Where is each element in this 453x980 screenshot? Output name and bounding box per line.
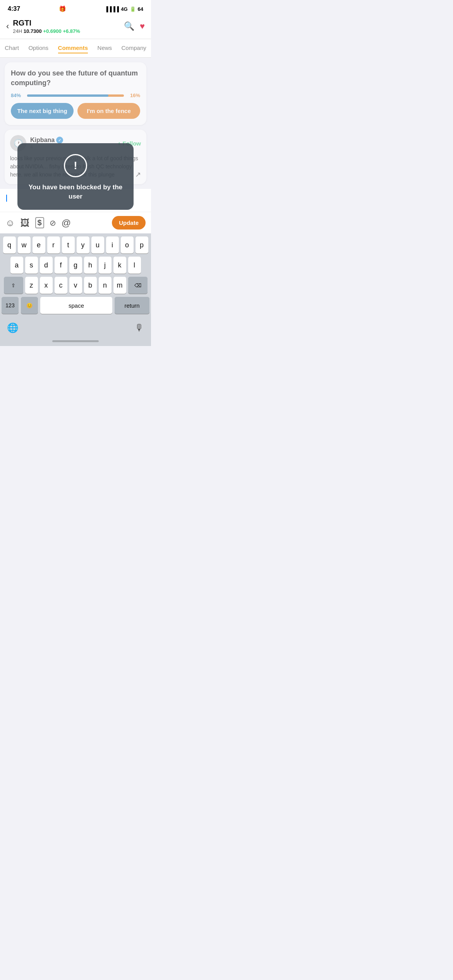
status-time: 4:37	[8, 5, 20, 12]
favorite-icon[interactable]: ♥	[140, 21, 145, 31]
key-w[interactable]: w	[18, 236, 31, 254]
key-n[interactable]: n	[99, 277, 112, 294]
tab-news[interactable]: News	[98, 43, 112, 53]
key-y[interactable]: y	[77, 236, 89, 254]
at-mention-icon[interactable]: @	[62, 218, 71, 228]
key-z[interactable]: z	[25, 277, 38, 294]
update-button[interactable]: Update	[112, 216, 146, 230]
key-q[interactable]: q	[3, 236, 16, 254]
battery-icon: 🔋	[130, 6, 136, 12]
mic-key[interactable]: 🎙	[132, 321, 147, 335]
key-s[interactable]: s	[25, 257, 38, 274]
poll-bar-fill	[27, 94, 108, 97]
poll-btn-next-big-thing[interactable]: The next big thing	[11, 103, 74, 119]
stock-change-pct: +6.87%	[63, 28, 80, 34]
key-v[interactable]: v	[69, 277, 82, 294]
key-j[interactable]: j	[99, 257, 112, 274]
status-bar: 4:37 🎁 ▐▐▐▐ 4G 🔋 64	[0, 0, 151, 15]
keyboard-row-4: 123 😊 space return	[2, 297, 149, 314]
key-e[interactable]: e	[33, 236, 45, 254]
keyboard-row-3: ⇧ z x c v b n m ⌫	[2, 277, 149, 294]
key-d[interactable]: d	[40, 257, 53, 274]
tab-options[interactable]: Options	[28, 43, 48, 53]
emoji-picker-icon[interactable]: ☺	[5, 218, 15, 228]
home-indicator	[52, 340, 99, 342]
tab-chart[interactable]: Chart	[5, 43, 19, 53]
key-return[interactable]: return	[115, 297, 149, 314]
back-button[interactable]: ‹	[6, 21, 9, 31]
tab-company[interactable]: Company	[122, 43, 146, 53]
poll-bar-row: 84% 16%	[11, 93, 140, 98]
header-right: 🔍 ♥	[124, 21, 145, 31]
home-bar	[0, 338, 151, 346]
key-delete[interactable]: ⌫	[128, 277, 148, 294]
poll-btn-on-fence[interactable]: I'm on the fence	[77, 103, 140, 119]
poll-buttons: The next big thing I'm on the fence	[11, 103, 140, 119]
keyboard-row-1: q w e r t y u i o p	[2, 236, 149, 254]
key-h[interactable]: h	[84, 257, 97, 274]
no-mention-icon[interactable]: ⊘	[50, 218, 56, 228]
key-space[interactable]: space	[40, 297, 112, 314]
expand-icon[interactable]: ↗	[135, 170, 141, 179]
stock-info: RGTI 24H 10.7300 +0.6900 +6.87%	[13, 19, 80, 34]
key-r[interactable]: r	[47, 236, 60, 254]
key-p[interactable]: p	[136, 236, 148, 254]
price-label: 24H	[13, 28, 22, 34]
comment-toolbar: ☺ 🖼 $ ⊘ @ Update	[0, 212, 151, 233]
key-f[interactable]: f	[55, 257, 67, 274]
tab-comments[interactable]: Comments	[58, 43, 88, 53]
key-x[interactable]: x	[40, 277, 53, 294]
key-a[interactable]: a	[10, 257, 23, 274]
stock-ticker: RGTI	[13, 19, 80, 27]
key-u[interactable]: u	[91, 236, 104, 254]
key-k[interactable]: k	[113, 257, 126, 274]
key-t[interactable]: t	[62, 236, 75, 254]
poll-pct-left: 84%	[11, 93, 24, 98]
exclamation-icon: !	[74, 159, 77, 172]
battery-level: 64	[138, 6, 143, 12]
stock-change-abs: +0.6900	[43, 28, 61, 34]
key-o[interactable]: o	[121, 236, 134, 254]
blocked-message: You have been blocked by the user	[25, 183, 126, 201]
poll-question: How do you see the future of quantum com…	[11, 69, 140, 88]
username: Kipbana ✓	[30, 137, 63, 144]
dollar-tag-icon[interactable]: $	[35, 217, 44, 228]
text-cursor	[6, 195, 7, 202]
verified-badge: ✓	[56, 137, 63, 144]
key-c[interactable]: c	[55, 277, 67, 294]
signal-icon: ▐▐▐▐	[105, 6, 119, 12]
search-icon[interactable]: 🔍	[124, 21, 134, 31]
poll-pct-right: 16%	[127, 93, 140, 98]
key-123[interactable]: 123	[2, 297, 19, 314]
key-emoji[interactable]: 😊	[21, 297, 38, 314]
key-b[interactable]: b	[84, 277, 97, 294]
key-shift[interactable]: ⇧	[4, 277, 23, 294]
image-attach-icon[interactable]: 🖼	[21, 218, 30, 228]
stock-header: ‹ RGTI 24H 10.7300 +0.6900 +6.87% 🔍 ♥	[0, 15, 151, 39]
blocked-icon-circle: !	[64, 154, 87, 177]
poll-bar-track	[27, 94, 124, 97]
key-g[interactable]: g	[69, 257, 82, 274]
keyboard[interactable]: q w e r t y u i o p a s d f g h j k l ⇧ …	[0, 233, 151, 319]
status-icons: ▐▐▐▐ 4G 🔋 64	[105, 6, 143, 12]
key-l[interactable]: l	[128, 257, 141, 274]
blocked-modal: ! You have been blocked by the user	[17, 143, 134, 210]
keyboard-bottom-bar: 🌐 🎙	[0, 319, 151, 338]
key-m[interactable]: m	[113, 277, 126, 294]
tab-bar: Chart Options Comments News Company	[0, 39, 151, 58]
network-label: 4G	[121, 6, 127, 12]
globe-key[interactable]: 🌐	[4, 321, 22, 335]
stock-price-value: 10.7300	[24, 28, 42, 34]
stock-price-row: 24H 10.7300 +0.6900 +6.87%	[13, 28, 80, 34]
gift-icon: 🎁	[59, 5, 66, 12]
header-left: ‹ RGTI 24H 10.7300 +0.6900 +6.87%	[6, 19, 80, 34]
key-i[interactable]: i	[106, 236, 119, 254]
keyboard-row-2: a s d f g h j k l	[2, 257, 149, 274]
poll-card: How do you see the future of quantum com…	[5, 62, 146, 125]
